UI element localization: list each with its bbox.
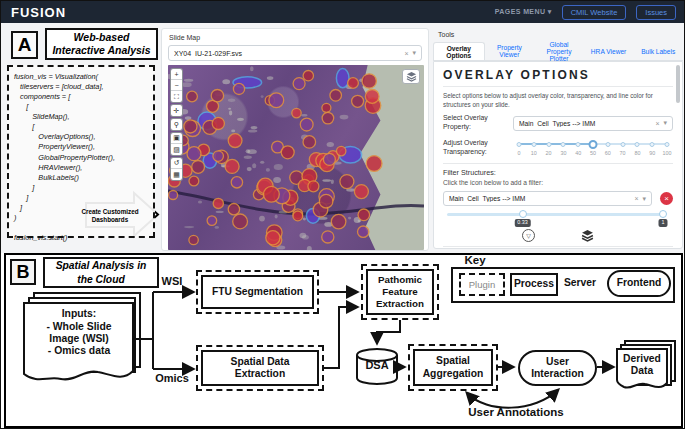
slider-tick: [531, 142, 536, 147]
transparency-label: Adjust Overlay Transparency:: [443, 139, 513, 157]
map-control-button[interactable]: ▣: [171, 133, 182, 144]
pathomic-feature-extraction-node: Pathomic Feature Extraction: [366, 269, 434, 315]
slider-tick-label: 70: [620, 150, 626, 156]
tab-bulk-labels[interactable]: Bulk Labels: [633, 42, 683, 60]
create-dashboards-arrow-label: Create Customized Dashboards: [79, 205, 141, 227]
panel-b-badge: B: [10, 259, 36, 285]
map-overlay-svg: [168, 65, 424, 250]
tab-hra-viewer[interactable]: HRA Viewer: [584, 42, 634, 60]
range-high-value: 1: [659, 219, 668, 226]
map-control-button[interactable]: ⚲: [171, 119, 182, 130]
transparency-handle[interactable]: [589, 140, 598, 149]
fusion-logo: FUSION: [11, 5, 66, 20]
panel-a-badge: A: [11, 31, 38, 59]
pages-menu-dropdown[interactable]: PAGES MENU ▾: [495, 8, 552, 16]
issues-button[interactable]: Issues: [636, 5, 676, 20]
scrollbar[interactable]: [676, 65, 680, 103]
derived-data-node: Derived Data: [619, 352, 665, 378]
map-control-button[interactable]: ↺: [171, 158, 182, 169]
remove-filter-button[interactable]: ×: [660, 192, 673, 205]
filter-hint: Click the icon below to add a filter:: [443, 179, 673, 186]
range-handle-high[interactable]: [659, 210, 667, 218]
user-annotations-label: User Annotations: [436, 404, 596, 419]
caret-down-icon[interactable]: ▾: [412, 49, 416, 57]
omics-edge-label: Omics: [147, 371, 197, 384]
slider-tick-label: 0: [518, 150, 521, 156]
clear-icon[interactable]: ×: [655, 120, 659, 127]
ftu-segmentation-node: FTU Segmentation: [201, 275, 314, 309]
top-navbar: FUSION PAGES MENU ▾ CMIL Website Issues: [1, 1, 684, 23]
slider-tick: [517, 142, 522, 147]
slide-select[interactable]: XY04_IU-21-029F.svs ×▾: [168, 45, 422, 61]
map-layers-button[interactable]: [402, 69, 420, 84]
tab-overlay-options[interactable]: Overlay Options: [433, 42, 485, 60]
filter-funnel-icon: ▽: [526, 232, 531, 239]
filter-structures-label: Filter Structures:: [443, 168, 673, 177]
map-control-button[interactable]: ⛶: [171, 91, 182, 102]
slide-map-card: Slide Map XY04_IU-21-029F.svs ×▾ +−⛶✛⚲▣▨…: [161, 28, 429, 251]
panel-a-title: Web-based Interactive Analysis: [45, 28, 158, 60]
range-handle-low[interactable]: [519, 210, 527, 218]
caret-down-icon: ▾: [548, 8, 552, 15]
filter-property-select[interactable]: Main_Cell_Types --> IMM ×▾: [443, 191, 652, 206]
overlay-options-card: OVERLAY OPTIONS Select options below to …: [433, 61, 683, 249]
slider-tick-label: 10: [531, 150, 537, 156]
slider-tick: [620, 142, 625, 147]
slider-tick-label: 50: [590, 150, 596, 156]
tools-tab-bar: Overlay OptionsProperty ViewerGlobal Pro…: [433, 42, 683, 61]
user-interaction-node: User Interaction: [518, 350, 597, 386]
slider-tick-label: 60: [605, 150, 611, 156]
close-icon: ×: [664, 194, 669, 203]
map-controls: +−⛶✛⚲▣▨↺▦: [171, 69, 182, 180]
filter-icons-row: ▽: [443, 229, 673, 242]
range-low-value: 0.33: [514, 219, 531, 226]
slider-tick-label: 80: [634, 150, 640, 156]
spatial-aggregation-node: Spatial Aggregation: [413, 349, 493, 386]
slider-tick: [561, 142, 566, 147]
transparency-active-rail: [519, 143, 593, 145]
key-server: Server: [559, 276, 601, 291]
map-control-button[interactable]: +: [171, 69, 182, 80]
key-frontend: Frontend: [607, 270, 671, 297]
map-control-button[interactable]: −: [171, 80, 182, 91]
slider-tick: [605, 142, 610, 147]
clear-icon[interactable]: ×: [634, 195, 638, 202]
map-control-button[interactable]: ▦: [171, 169, 182, 180]
overlay-options-description: Select options below to adjust overlay c…: [443, 91, 673, 109]
overlay-property-select[interactable]: Main_Cell_Types --> IMM ×▾: [513, 116, 673, 131]
slider-tick: [650, 142, 655, 147]
inputs-node: Inputs: - Whole Slide Image (WSI) - Omic…: [28, 306, 130, 360]
panel-b-title: Spatial Analysis in the Cloud: [43, 257, 159, 288]
caret-down-icon[interactable]: ▾: [642, 195, 646, 203]
filter-property-value: Main_Cell_Types --> IMM: [449, 195, 634, 202]
cmil-website-button[interactable]: CMIL Website: [562, 5, 627, 20]
tab-property-viewer[interactable]: Property Viewer: [485, 42, 535, 60]
key-plugin: Plugin: [459, 273, 505, 296]
slider-tick: [665, 142, 670, 147]
tab-global-property-plotter[interactable]: Global Property Plotter: [534, 42, 584, 60]
range-rail: [447, 213, 663, 216]
clear-icon[interactable]: ×: [404, 50, 408, 57]
dsa-node: DSA: [358, 358, 396, 374]
overlay-property-value: Main_Cell_Types --> IMM: [519, 120, 655, 127]
map-control-button[interactable]: ▨: [171, 144, 182, 155]
slider-tick: [576, 142, 581, 147]
slide-select-value: XY04_IU-21-029F.svs: [174, 50, 404, 57]
map-control-button[interactable]: ✛: [171, 105, 182, 116]
slider-tick: [635, 142, 640, 147]
layers-icon: [406, 71, 417, 82]
slider-tick-label: 20: [546, 150, 552, 156]
filter-range-slider[interactable]: 0.33 1: [447, 209, 663, 226]
transparency-slider[interactable]: 0102030405060708090100: [519, 137, 667, 159]
wsi-edge-label: WSI: [151, 274, 193, 287]
pages-menu-label: PAGES MENU: [495, 8, 546, 15]
tools-panel-title: Tools: [438, 31, 454, 38]
key-process: Process: [510, 273, 558, 296]
layers-icon[interactable]: [581, 229, 594, 242]
caret-down-icon[interactable]: ▾: [663, 119, 667, 127]
slide-map-title: Slide Map: [169, 34, 422, 41]
slider-tick-label: 40: [575, 150, 581, 156]
add-filter-button[interactable]: ▽: [522, 229, 535, 242]
navbar-right: PAGES MENU ▾ CMIL Website Issues: [495, 5, 676, 20]
slide-map-viewport[interactable]: +−⛶✛⚲▣▨↺▦: [168, 65, 424, 250]
